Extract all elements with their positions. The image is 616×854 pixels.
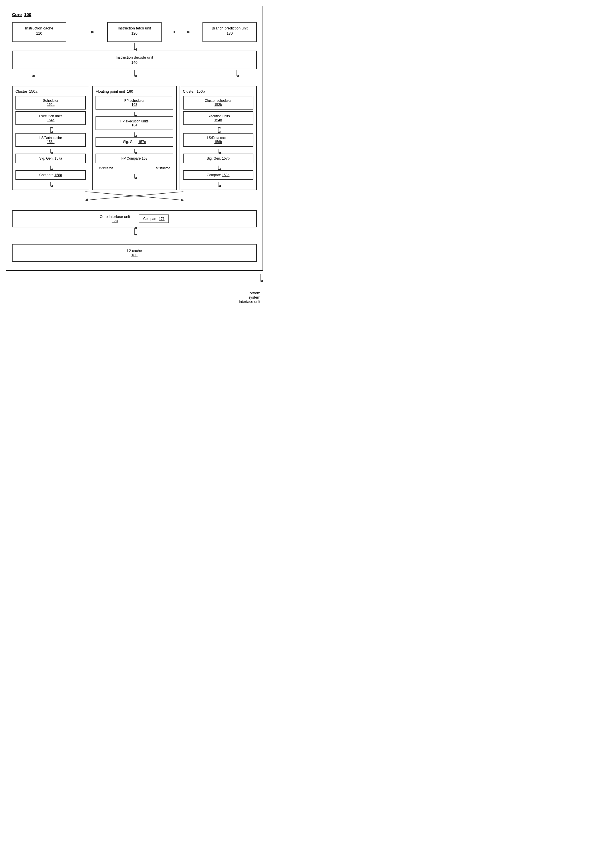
instruction-fetch-box: Instruction fetch unit 120 <box>107 22 162 42</box>
arrow-ls-to-siggen-b <box>183 148 253 154</box>
arrow-svg-4a <box>29 69 35 77</box>
arrow-svg-1 <box>78 29 96 35</box>
l2-cache-box: L2 cache 180 <box>12 244 257 262</box>
cluster-b-label: Cluster 150b <box>183 89 253 93</box>
diagram-container: Core 100 Instruction cache 110 <box>6 6 269 304</box>
scheduler-a-box: Scheduler 152a <box>15 96 86 110</box>
compare-a-box: Compare 158a <box>15 170 86 180</box>
exec-units-b-box: Execution units 154b <box>183 111 253 125</box>
mismatch-right-label: Mismatch <box>156 166 170 170</box>
arrow-cache-to-fetch <box>66 29 107 35</box>
ls-data-cache-a-box: LS/Data cache 156a <box>15 133 86 147</box>
fp-compare-box: FP Compare 163 <box>96 154 173 163</box>
decode-arrows <box>12 69 257 77</box>
branch-prediction-label: Branch prediction unit 130 <box>206 26 253 36</box>
top-row: Instruction cache 110 <box>12 22 257 42</box>
arrow-siggen-to-compare-a <box>15 165 86 170</box>
core-diagram: Core 100 Instruction cache 110 <box>6 6 263 271</box>
ls-data-cache-b-box: LS/Data cache 156b <box>183 133 253 147</box>
core-label: Core 100 <box>12 12 257 17</box>
arrow-svg-4b <box>131 69 137 77</box>
cross-arrows-svg <box>12 190 257 201</box>
core-ref: 100 <box>24 12 31 17</box>
cluster-scheduler-b-box: Cluster scheduler 152b <box>183 96 253 110</box>
arrow-siggen-to-compare-b <box>183 165 253 170</box>
core-text: Core <box>12 12 22 17</box>
instruction-cache-box: Instruction cache 110 <box>12 22 66 42</box>
branch-prediction-box: Branch prediction unit 130 <box>203 22 257 42</box>
arrow-svg-4c <box>234 69 239 77</box>
instruction-cache-label: Instruction cache 110 <box>16 26 63 36</box>
cluster-b-box: Cluster 150b Cluster scheduler 152b Exec… <box>180 86 257 190</box>
arrow-svg-3 <box>131 42 137 50</box>
bottom-note: To/from system interface unit <box>239 291 263 304</box>
arrow-to-system <box>258 274 263 282</box>
top-section: Instruction cache 110 <box>12 22 257 69</box>
arrow-siggen-c-to-fpcompare <box>96 148 173 154</box>
cluster-a-label: Cluster 150a <box>15 89 86 93</box>
arrow-cif-to-l2 <box>12 227 257 235</box>
arrow-fp-compare-to-cif <box>96 174 173 179</box>
middle-row: Cluster 150a Scheduler 152a Execution un… <box>12 86 257 190</box>
arrow-fetch-branch <box>162 29 203 35</box>
fp-scheduler-box: FP scheduler 162 <box>96 96 173 110</box>
cross-arrow-area <box>12 190 257 201</box>
fp-unit-label: Floating point unit 160 <box>96 89 173 93</box>
compare-171-box: Compare 171 <box>139 215 169 223</box>
instruction-decode-box: Instruction decode unit 140 <box>12 50 257 69</box>
arrow-exec-lscache-a <box>15 127 86 133</box>
fp-exec-box: FP execution units 164 <box>96 116 173 130</box>
arrow-fp-sched-to-exec <box>96 111 173 116</box>
arrow-compare-b-to-cif <box>183 181 253 187</box>
exec-units-a-box: Execution units 154a <box>15 111 86 125</box>
cluster-a-box: Cluster 150a Scheduler 152a Execution un… <box>12 86 89 190</box>
instruction-decode-label: Instruction decode unit 140 <box>16 55 253 65</box>
arrow-fp-exec-to-siggen <box>96 132 173 137</box>
instruction-fetch-label: Instruction fetch unit 120 <box>111 26 157 36</box>
mismatch-left-label: Mismatch <box>98 166 113 170</box>
fp-unit-box: Floating point unit 160 FP scheduler 162… <box>92 86 177 190</box>
mismatch-area: Mismatch Mismatch <box>96 165 173 174</box>
compare-b-box: Compare 158b <box>183 170 253 180</box>
core-interface-box: Core interface unit 170 Compare 171 <box>12 210 257 227</box>
sig-gen-c-box: Sig. Gen. 157c <box>96 137 173 147</box>
bottom-note-area: To/from system interface unit <box>6 274 269 304</box>
arrow-ls-to-siggen-a <box>15 148 86 154</box>
sig-gen-b-box: Sig. Gen. 157b <box>183 154 253 163</box>
arrow-fetch-to-decode <box>12 42 257 50</box>
arrow-svg-2 <box>174 29 191 35</box>
arrow-compare-a-to-cif <box>15 181 86 187</box>
arrow-exec-lscache-b <box>183 127 253 133</box>
core-interface-text: Core interface unit 170 <box>100 215 130 223</box>
sig-gen-a-box: Sig. Gen. 157a <box>15 154 86 163</box>
